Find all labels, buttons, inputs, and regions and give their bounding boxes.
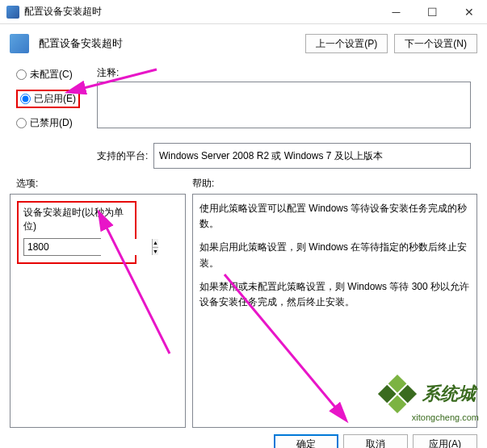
- close-button[interactable]: ✕: [451, 0, 487, 24]
- cancel-button[interactable]: 取消: [343, 434, 408, 448]
- toolbar-title: 配置设备安装超时: [39, 36, 299, 51]
- maximize-button[interactable]: ☐: [414, 0, 451, 24]
- radio-not-configured[interactable]: 未配置(C): [16, 68, 97, 82]
- spinner-down[interactable]: ▼: [153, 248, 158, 256]
- ok-button[interactable]: 确定: [274, 434, 338, 448]
- timeout-label: 设备安装超时(以秒为单位): [23, 206, 130, 233]
- radio-disabled-input[interactable]: [16, 118, 27, 128]
- policy-icon: [10, 34, 29, 53]
- comment-label: 注释:: [97, 66, 119, 80]
- radio-not-configured-input[interactable]: [16, 69, 27, 80]
- app-icon: [6, 6, 19, 19]
- radio-enabled-label: 已启用(E): [34, 92, 76, 106]
- watermark-logo: [378, 375, 417, 413]
- help-p3: 如果禁用或未配置此策略设置，则 Windows 等待 300 秒以允许设备安装任…: [199, 279, 470, 310]
- minimize-button[interactable]: ─: [378, 0, 414, 24]
- timeout-spinner[interactable]: ▲ ▼: [23, 238, 101, 256]
- platform-label: 支持的平台:: [97, 149, 153, 163]
- watermark-text: 系统城: [422, 382, 476, 406]
- radio-enabled[interactable]: 已启用(E): [20, 92, 76, 106]
- spinner-up[interactable]: ▲: [153, 239, 158, 248]
- comment-textarea[interactable]: [97, 82, 471, 128]
- radio-disabled-label: 已禁用(D): [30, 116, 73, 130]
- timeout-input[interactable]: [24, 239, 152, 255]
- window-title: 配置设备安装超时: [24, 5, 378, 19]
- radio-disabled[interactable]: 已禁用(D): [16, 116, 97, 130]
- help-p1: 使用此策略设置可以配置 Windows 等待设备安装任务完成的秒数。: [199, 201, 470, 232]
- options-label: 选项:: [16, 177, 192, 191]
- options-panel: 设备安装超时(以秒为单位) ▲ ▼: [10, 194, 186, 428]
- help-p2: 如果启用此策略设置，则 Windows 在等待指定的秒数后终止安装。: [199, 240, 470, 270]
- watermark: 系统城 xitongcheng.com: [377, 377, 482, 411]
- help-label: 帮助:: [192, 177, 214, 191]
- radio-not-configured-label: 未配置(C): [30, 68, 73, 82]
- radio-enabled-input[interactable]: [20, 94, 31, 104]
- platform-value: Windows Server 2008 R2 或 Windows 7 及以上版本: [153, 143, 471, 169]
- enabled-highlight: 已启用(E): [16, 90, 80, 108]
- timeout-highlight: 设备安装超时(以秒为单位) ▲ ▼: [17, 201, 136, 264]
- apply-button[interactable]: 应用(A): [413, 434, 477, 448]
- next-setting-button[interactable]: 下一个设置(N): [394, 34, 477, 53]
- watermark-url: xitongcheng.com: [412, 412, 479, 422]
- prev-setting-button[interactable]: 上一个设置(P): [305, 34, 388, 53]
